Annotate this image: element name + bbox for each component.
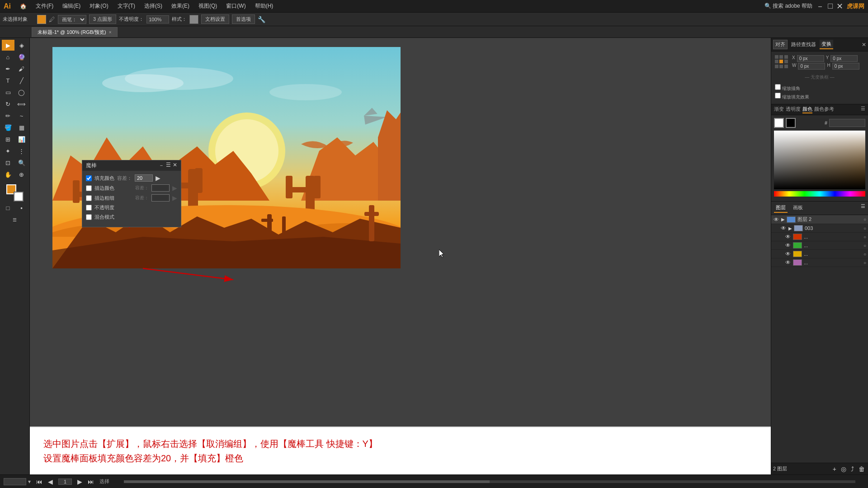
- hue-bar[interactable]: [774, 191, 865, 197]
- rotate-tool[interactable]: ↻: [2, 99, 14, 109]
- hex-color-input[interactable]: EF9D2E: [829, 119, 865, 127]
- fullscreen-mode[interactable]: ▪: [15, 202, 28, 213]
- transform-w-input[interactable]: [798, 63, 825, 70]
- menu-select[interactable]: 选择(S): [141, 1, 166, 11]
- chart-tool[interactable]: 📊: [15, 134, 28, 145]
- scale-strokes-checkbox[interactable]: [775, 84, 781, 90]
- layer-eye-green[interactable]: 👁: [785, 242, 791, 249]
- paintbucket-tool[interactable]: 🪣: [2, 122, 14, 133]
- color-panel-menu-icon[interactable]: ☰: [861, 106, 865, 113]
- column-tool[interactable]: ⋮: [15, 145, 28, 156]
- mesh-tool[interactable]: ⊞: [2, 134, 14, 145]
- layer-eye-group[interactable]: 👁: [773, 216, 779, 223]
- stroke-indicator[interactable]: 🖊: [49, 16, 55, 23]
- panel-settings-icon[interactable]: ☰: [166, 162, 171, 169]
- blend-checkbox[interactable]: [86, 214, 92, 220]
- lasso-tool[interactable]: ⌂: [2, 52, 14, 62]
- hand-tool[interactable]: ✋: [2, 169, 14, 180]
- zoom2-tool[interactable]: ⊕: [15, 169, 28, 180]
- first-page-button[interactable]: ⏮: [36, 478, 42, 485]
- zoom-tool[interactable]: 🔍: [15, 157, 28, 168]
- black-swatch[interactable]: [786, 118, 796, 128]
- fill-color-swatch[interactable]: [37, 15, 46, 24]
- artboard-tab[interactable]: 画板: [791, 203, 805, 213]
- smooth-tool[interactable]: ~: [15, 110, 28, 121]
- pathfinder-tab[interactable]: 路径查找器: [789, 40, 818, 49]
- layer-row-purple[interactable]: 👁 ... ○: [771, 258, 868, 267]
- transform-grid-icon[interactable]: [775, 55, 788, 69]
- menu-effect[interactable]: 效果(E): [168, 1, 193, 11]
- stroke-width-tolerance-input[interactable]: [151, 194, 170, 202]
- align-art-checkbox[interactable]: [775, 93, 781, 99]
- fill-color-checkbox[interactable]: [86, 175, 92, 181]
- menu-file[interactable]: 文件(F): [32, 1, 57, 11]
- layer-row-003[interactable]: 👁 ▶ 003 ○: [771, 224, 868, 233]
- expand-arrow-003[interactable]: ▶: [788, 226, 792, 231]
- panel-close-icon[interactable]: ✕: [173, 162, 177, 169]
- brush-tool[interactable]: 🖌: [15, 63, 28, 74]
- maximize-icon[interactable]: □: [828, 1, 833, 11]
- delete-layer-button[interactable]: 🗑: [857, 465, 866, 473]
- layer-eye-red[interactable]: 👁: [785, 234, 791, 240]
- minimize-icon[interactable]: －: [816, 1, 824, 12]
- last-page-button[interactable]: ⏭: [88, 478, 94, 485]
- color-spectrum[interactable]: [774, 131, 865, 189]
- canvas-area[interactable]: 魔棒 － ☰ ✕ 填充颜色 容差： ▶ 描边颜色 容差：: [30, 38, 771, 474]
- menu-home[interactable]: 🏠: [16, 2, 30, 10]
- tolerance-input[interactable]: [135, 174, 153, 182]
- style-swatch[interactable]: [189, 15, 198, 24]
- locate-layer-button[interactable]: ◎: [840, 465, 848, 473]
- stroke-width-checkbox[interactable]: [86, 195, 92, 201]
- ellipse-tool[interactable]: ◯: [15, 87, 28, 98]
- stroke-color-checkbox[interactable]: [86, 185, 92, 191]
- normal-mode[interactable]: □: [2, 202, 14, 213]
- menu-window[interactable]: 窗口(W): [222, 1, 249, 11]
- direct-select-tool[interactable]: ◈: [15, 40, 28, 51]
- transparency-tab[interactable]: 透明度: [786, 106, 801, 113]
- brush-select[interactable]: 画笔：: [58, 15, 86, 24]
- pen-tool[interactable]: ✒: [2, 63, 14, 74]
- point-type-select[interactable]: 3 点圆形: [89, 14, 116, 24]
- layers-tab[interactable]: 图层: [774, 203, 788, 213]
- panel-minimize-icon[interactable]: －: [159, 162, 164, 169]
- pencil-tool[interactable]: ✏: [2, 110, 14, 121]
- layer-row-green[interactable]: 👁 ... ○: [771, 241, 868, 250]
- magic-wand-tool[interactable]: 🔮: [15, 52, 28, 62]
- tab-close-button[interactable]: ×: [109, 30, 112, 35]
- close-icon[interactable]: ✕: [836, 1, 843, 11]
- page-number-input[interactable]: [58, 479, 72, 485]
- symbol-tool[interactable]: ✦: [2, 145, 14, 156]
- tolerance-expand-icon[interactable]: ▶: [156, 174, 160, 182]
- layer-eye-yellow[interactable]: 👁: [785, 251, 791, 257]
- preferences-button[interactable]: 首选项: [232, 14, 255, 24]
- layer-row-yellow[interactable]: 👁 ... ○: [771, 250, 868, 258]
- layer-eye-purple[interactable]: 👁: [785, 259, 791, 266]
- layer-eye-003[interactable]: 👁: [780, 225, 787, 231]
- transform-h-input[interactable]: [832, 63, 859, 70]
- transform-y-input[interactable]: [830, 55, 858, 62]
- prev-page-button[interactable]: ◀: [48, 478, 53, 485]
- next-page-button[interactable]: ▶: [77, 478, 82, 485]
- preferences-icon[interactable]: 🔧: [258, 16, 265, 23]
- opacity-input[interactable]: [146, 15, 169, 23]
- add-layer-button[interactable]: +: [831, 465, 838, 473]
- menu-edit[interactable]: 编辑(E): [59, 1, 84, 11]
- transform-tab[interactable]: 变换: [820, 40, 833, 49]
- reflect-tool[interactable]: ⟺: [15, 99, 28, 109]
- selection-tool[interactable]: ▶: [2, 40, 14, 51]
- layer-row-red[interactable]: 👁 ... ○: [771, 233, 868, 241]
- zoom-dropdown-icon[interactable]: ▾: [28, 479, 31, 485]
- menu-object[interactable]: 对象(O): [86, 1, 112, 11]
- white-swatch[interactable]: [774, 118, 784, 128]
- draw-mode[interactable]: ☰: [9, 214, 21, 225]
- panel-close-button[interactable]: ✕: [862, 42, 866, 48]
- transform-x-input[interactable]: [797, 55, 824, 62]
- artwork[interactable]: [52, 47, 401, 268]
- move-layer-button[interactable]: ⤴: [849, 465, 855, 473]
- opacity-checkbox[interactable]: [86, 205, 92, 211]
- expand-arrow[interactable]: ▶: [781, 217, 785, 222]
- rect-tool[interactable]: ▭: [2, 87, 14, 98]
- document-tab[interactable]: 未标题-1* @ 100% (RGB/预览) ×: [32, 27, 118, 37]
- color-tab-active[interactable]: 颜色: [802, 106, 812, 113]
- stroke-tolerance-input[interactable]: [151, 184, 170, 192]
